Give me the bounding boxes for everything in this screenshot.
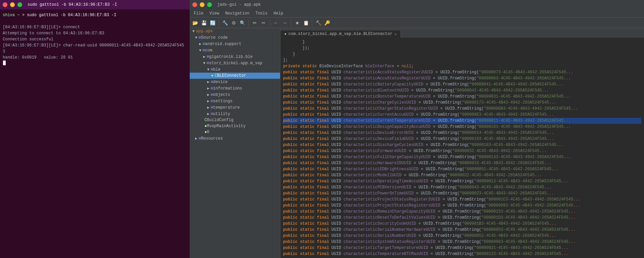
mvap-cls-icon: ● xyxy=(204,124,207,128)
r-label: R xyxy=(207,130,209,135)
tree-root-label: app.apk xyxy=(196,29,213,34)
code-line-29: public static final UUID characteristicR… xyxy=(283,209,641,215)
tree-source-code[interactable]: ▼ ⊞ Source code xyxy=(190,34,280,41)
toolbar-decompile[interactable]: ⚙ xyxy=(230,19,238,27)
toolbar-build[interactable]: 🔧 xyxy=(221,19,229,27)
tree-mvap[interactable]: ● MvapMainActivity xyxy=(190,123,280,129)
menu-view[interactable]: View xyxy=(207,10,222,16)
code-line-32: public static final UUID characteristicS… xyxy=(283,227,641,233)
code-line-21: public static final UUID characteristicH… xyxy=(283,160,641,166)
storz-expand-icon: ▼ xyxy=(203,61,205,65)
tree-objects[interactable]: ▶ ⊞ objects xyxy=(190,91,280,98)
ide-main: ▼ app.apk ▼ ⊞ Source code ▶ ⊞ android.su… xyxy=(190,28,644,258)
menu-file[interactable]: File xyxy=(191,10,206,16)
toolbar-back[interactable]: ← xyxy=(272,19,280,27)
buildconfig-cls-icon: C xyxy=(204,118,207,122)
tree-bleconnector[interactable]: ● C BLEConnector xyxy=(190,73,280,79)
toolbar-sep-2 xyxy=(248,20,249,26)
resources-expand-icon: ▶ xyxy=(195,136,197,141)
code-line-16: public static final UUID characteristicD… xyxy=(283,130,641,136)
tree-utility[interactable]: ▶ ⊞ utility xyxy=(190,111,280,117)
android-support-label: android.support xyxy=(205,42,241,46)
tree-storz[interactable]: ▼ ⊞ storz_bickel.app.m_vap xyxy=(190,60,280,66)
code-line-13: public static final UUID characteristicC… xyxy=(283,112,641,118)
objects-expand-icon: ▶ xyxy=(207,93,210,97)
menu-navigation[interactable]: Navigation xyxy=(223,10,252,16)
toolbar-search[interactable]: 🔍 xyxy=(238,19,246,27)
code-content[interactable]: } }); } }; private static BleDeviceInter… xyxy=(280,38,644,258)
tree-settings[interactable]: ▶ ⊞ settings xyxy=(190,98,280,104)
tree-buildconfig[interactable]: C BuildConfig xyxy=(190,117,280,123)
toolbar-clipboard[interactable]: 📋 xyxy=(302,19,310,27)
code-line-33: public static final UUID characteristicS… xyxy=(283,233,641,239)
resources-label: Resources xyxy=(201,136,223,141)
settings-label: settings xyxy=(213,99,233,104)
toolbar-forward[interactable]: → xyxy=(281,19,289,27)
code-line-20: public static final UUID characteristicF… xyxy=(283,154,641,160)
ide-max-btn[interactable] xyxy=(207,2,212,7)
code-line-6: public static final UUID characteristicA… xyxy=(283,69,641,75)
info-pkg-icon: ⊞ xyxy=(211,86,213,91)
utility-label: utility xyxy=(213,112,230,116)
toolbar-edit[interactable]: ✏ xyxy=(251,19,259,27)
terminal-line-5: [04:A3:16:96:E7:B3][LE]> char-read-uuid … xyxy=(3,42,187,48)
terminal-content: shiva ~ > sudo gatttool -b 04:A3:16:96:E… xyxy=(0,9,190,258)
tab-close-btn[interactable]: ✕ xyxy=(395,32,397,36)
code-line-15: public static final UUID characteristicD… xyxy=(283,124,641,130)
terminal-cursor xyxy=(3,61,6,65)
editor-tab[interactable]: ● com.storz_bickel.app.m_vap.ble.BLEConn… xyxy=(280,30,401,38)
tab-label: com.storz_bickel.app.m_vap.ble.BLEConnec… xyxy=(288,32,393,36)
toolbar-refresh[interactable]: 🔄 xyxy=(209,19,217,27)
resources-icon: ⊞ xyxy=(199,136,201,141)
terminal-min-btn[interactable] xyxy=(10,2,15,7)
storz-label: storz_bickel.app.m_vap xyxy=(209,61,262,66)
terminal-line-6: 3 xyxy=(3,48,187,54)
buildconfig-label: BuildConfig xyxy=(207,118,233,122)
code-line-14: public static final UUID characteristicC… xyxy=(283,118,641,124)
terminal-close-btn[interactable] xyxy=(3,2,7,7)
terminal-max-btn[interactable] xyxy=(17,2,22,7)
code-line-22: public static final UUID characteristicL… xyxy=(283,166,641,172)
bleconn-icon: ● xyxy=(211,74,214,78)
toolbar-open[interactable]: 📂 xyxy=(191,19,199,27)
code-line-2: }); xyxy=(283,45,641,51)
toolbar-compile[interactable]: 🔨 xyxy=(314,19,322,27)
informations-label: informations xyxy=(213,86,242,91)
tree-resources[interactable]: ▶ ⊞ Resources xyxy=(190,135,280,142)
menu-help[interactable]: Help xyxy=(271,10,286,16)
tree-temperature[interactable]: ▶ ⊞ temperature xyxy=(190,104,280,111)
toolbar-cut[interactable]: ✂ xyxy=(260,19,268,27)
tree-r[interactable]: ● R xyxy=(190,129,280,135)
com-label: com xyxy=(205,48,213,53)
menu-tools[interactable]: Tools xyxy=(253,10,270,16)
code-line-17: public static final UUID characteristicD… xyxy=(283,136,641,142)
toolbar-settings2[interactable]: 🔑 xyxy=(323,19,331,27)
ide-close-btn[interactable] xyxy=(192,2,197,7)
tree-informations[interactable]: ▶ ⊞ informations xyxy=(190,85,280,91)
code-line-23: public static final UUID characteristicM… xyxy=(283,172,641,178)
source-folder-icon: ⊞ xyxy=(199,35,201,40)
terminal-titlebar: sudo gatttool -b 04:A3:16:96:E7:B3 -I xyxy=(0,0,190,9)
r-cls-icon: ● xyxy=(204,130,207,135)
code-line-34: public static final UUID characteristicS… xyxy=(283,239,641,245)
terminal-line-2: [04:A3:16:96:E7:B3][LE]> connect xyxy=(3,24,187,30)
ide-min-btn[interactable] xyxy=(200,2,204,7)
terminal-cursor-line xyxy=(3,61,187,65)
gigatronik-pkg-icon: ⊞ xyxy=(207,54,209,59)
code-line-25: public static final UUID characteristicP… xyxy=(283,184,641,190)
temp-expand-icon: ▶ xyxy=(207,105,210,110)
objects-pkg-icon: ⊞ xyxy=(211,92,213,97)
com-expand-icon: ▼ xyxy=(199,48,201,52)
code-line-31: public static final UUID characteristicS… xyxy=(283,221,641,227)
toolbar-bookmark[interactable]: ★ xyxy=(293,19,301,27)
tree-com[interactable]: ▼ ⊞ com xyxy=(190,47,280,53)
tree-android-support[interactable]: ▶ ⊞ android.support xyxy=(190,41,280,47)
toolbar-save[interactable]: 💾 xyxy=(200,19,208,27)
tree-ble[interactable]: ▼ ⊞ ble xyxy=(190,66,280,73)
tree-root[interactable]: ▼ app.apk xyxy=(190,28,280,34)
tree-device[interactable]: ▶ ⊞ device xyxy=(190,79,280,85)
tree-gigatronik[interactable]: ▶ ⊞ gigatronik.lib.ble xyxy=(190,53,280,60)
toolbar-sep-3 xyxy=(270,20,270,26)
info-expand-icon: ▶ xyxy=(207,86,210,90)
objects-label: objects xyxy=(213,93,230,97)
